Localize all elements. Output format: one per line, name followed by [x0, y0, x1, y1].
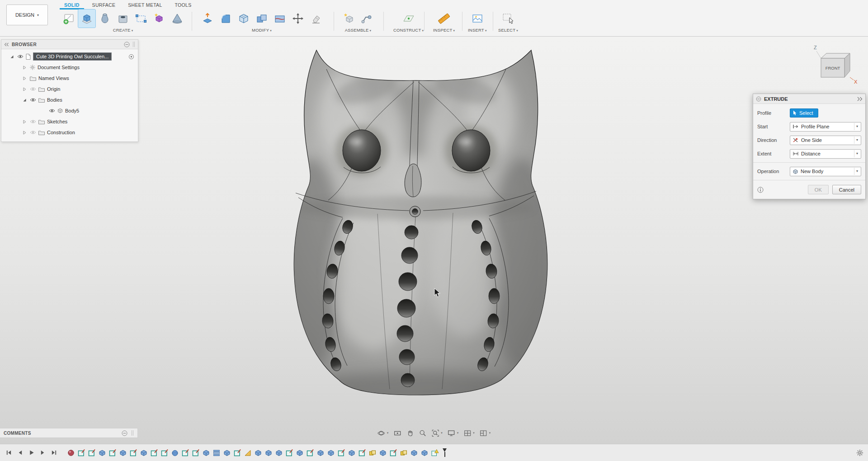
- start-dropdown[interactable]: Profile Plane ▾: [790, 122, 861, 132]
- timeline-combine-icon[interactable]: [400, 449, 408, 457]
- modify-group-label[interactable]: MODIFY▾: [199, 28, 325, 33]
- timeline-appearance-icon[interactable]: [67, 449, 75, 457]
- operation-dropdown[interactable]: New Body ▾: [790, 167, 861, 176]
- timeline-feature-icon[interactable]: [202, 449, 210, 457]
- look-at-button[interactable]: [392, 428, 403, 438]
- timeline-sketch-icon[interactable]: [88, 449, 96, 457]
- combine-tool[interactable]: [253, 9, 270, 28]
- visibility-eye-icon[interactable]: [17, 54, 24, 59]
- visibility-eye-icon[interactable]: [30, 119, 36, 124]
- step-back-button[interactable]: [17, 449, 24, 456]
- step-forward-button[interactable]: [39, 449, 47, 456]
- inspect-group-label[interactable]: INSPECT▾: [433, 28, 455, 33]
- ok-button[interactable]: OK: [808, 185, 829, 194]
- extent-dropdown[interactable]: Distance ▾: [790, 149, 861, 159]
- expand-arrow-icon[interactable]: [21, 66, 28, 70]
- extrude-tool[interactable]: [78, 9, 95, 28]
- grid-snap-button[interactable]: ▾: [462, 428, 476, 438]
- timeline-playhead[interactable]: [443, 448, 447, 457]
- timeline-sketch-icon[interactable]: [129, 449, 137, 457]
- timeline-sketch-icon[interactable]: [233, 449, 241, 457]
- move-tool[interactable]: [289, 9, 307, 28]
- zoom-button[interactable]: [417, 428, 428, 438]
- timeline-sphere-icon[interactable]: [171, 449, 179, 457]
- timeline-sketch-icon[interactable]: [77, 449, 85, 457]
- view-cube[interactable]: Z FRONT X: [810, 42, 860, 92]
- workspace-switcher[interactable]: DESIGN ▾: [6, 5, 48, 25]
- timeline-sketch-icon[interactable]: [337, 449, 345, 457]
- new-component-tool[interactable]: [340, 9, 358, 28]
- comments-bar[interactable]: COMMENTS: [0, 428, 138, 438]
- loft-tool[interactable]: [169, 9, 186, 28]
- visibility-eye-icon[interactable]: [49, 108, 55, 113]
- info-icon[interactable]: [757, 187, 764, 193]
- panel-grip-icon[interactable]: [131, 430, 134, 436]
- timeline-draft-icon[interactable]: [244, 449, 252, 457]
- tab-tools[interactable]: TOOLS: [169, 0, 198, 9]
- create-form-tool[interactable]: [151, 9, 168, 28]
- construct-group-label[interactable]: CONSTRUCT▾: [393, 28, 424, 33]
- collapse-panel-icon[interactable]: [4, 42, 9, 47]
- fit-button[interactable]: ▾: [429, 428, 444, 438]
- dock-arrows-icon[interactable]: [857, 97, 863, 101]
- timeline-settings-gear-icon[interactable]: [856, 449, 863, 456]
- timeline-sketch-icon[interactable]: [285, 449, 293, 457]
- timeline-feature-icon[interactable]: [348, 449, 356, 457]
- direction-dropdown[interactable]: One Side ▾: [790, 136, 861, 145]
- fillet-tool[interactable]: [217, 9, 234, 28]
- minimize-panel-icon[interactable]: [124, 42, 130, 47]
- timeline-sketch-icon[interactable]: [358, 449, 366, 457]
- create-sketch-tool[interactable]: [60, 9, 77, 28]
- hole-tool[interactable]: [114, 9, 132, 28]
- visibility-eye-icon[interactable]: [30, 130, 36, 135]
- timeline-warning-icon[interactable]: [431, 449, 439, 457]
- browser-item-named-views[interactable]: Named Views: [1, 73, 138, 84]
- joint-tool[interactable]: [359, 9, 376, 28]
- insert-canvas-tool[interactable]: [469, 9, 486, 28]
- timeline-feature-icon[interactable]: [275, 449, 283, 457]
- timeline-feature-icon[interactable]: [327, 449, 335, 457]
- construction-plane-tool[interactable]: [400, 9, 417, 28]
- timeline-combine-icon[interactable]: [368, 449, 377, 457]
- select-group-label[interactable]: SELECT▾: [498, 28, 518, 33]
- timeline-sketch-icon[interactable]: [389, 449, 397, 457]
- timeline-pattern-icon[interactable]: [212, 449, 221, 457]
- collapse-arrow-icon[interactable]: [9, 55, 15, 59]
- cancel-button[interactable]: Cancel: [832, 185, 861, 194]
- revolve-tool[interactable]: [96, 9, 113, 28]
- measure-tool[interactable]: [435, 9, 453, 28]
- owl-model-3d[interactable]: [285, 47, 548, 395]
- extrude-dialog-header[interactable]: EXTRUDE: [753, 94, 865, 104]
- visibility-eye-icon[interactable]: [30, 98, 36, 102]
- timeline-sketch-icon[interactable]: [160, 449, 169, 457]
- browser-item-root-document[interactable]: Cute 3D Printing Owl Succulen...: [1, 51, 138, 62]
- dropdown-caret-icon[interactable]: ▾: [854, 150, 860, 157]
- tab-surface[interactable]: SURFACE: [86, 0, 122, 9]
- timeline-feature-icon[interactable]: [223, 449, 231, 457]
- browser-item-bodies[interactable]: Bodies: [1, 94, 138, 105]
- browser-item-body5[interactable]: Body5: [1, 105, 138, 116]
- browser-item-sketches[interactable]: Sketches: [1, 116, 138, 127]
- timeline-feature-icon[interactable]: [420, 449, 429, 457]
- browser-item-document-settings[interactable]: Document Settings: [1, 62, 138, 73]
- expand-arrow-icon[interactable]: [21, 76, 28, 80]
- timeline-feature-icon[interactable]: [410, 449, 418, 457]
- browser-item-origin[interactable]: Origin: [1, 84, 138, 94]
- assemble-group-label[interactable]: ASSEMBLE▾: [340, 28, 376, 33]
- minimize-comments-icon[interactable]: [122, 430, 127, 436]
- pan-button[interactable]: [404, 428, 415, 438]
- expand-arrow-icon[interactable]: [21, 131, 28, 135]
- timeline-feature-icon[interactable]: [119, 449, 127, 457]
- skip-to-end-button[interactable]: [51, 449, 58, 456]
- viewports-button[interactable]: ▾: [478, 428, 493, 438]
- tab-sheet-metal[interactable]: SHEET METAL: [122, 0, 168, 9]
- skip-to-start-button[interactable]: [5, 449, 13, 456]
- timeline-sketch-icon[interactable]: [306, 449, 314, 457]
- timeline-feature-icon[interactable]: [296, 449, 304, 457]
- timeline-feature-icon[interactable]: [379, 449, 387, 457]
- visibility-eye-icon[interactable]: [30, 87, 36, 91]
- timeline-feature-icon[interactable]: [98, 449, 106, 457]
- play-button[interactable]: [28, 449, 35, 456]
- box-primitive-tool[interactable]: [132, 9, 150, 28]
- tab-solid[interactable]: SOLID: [58, 0, 86, 9]
